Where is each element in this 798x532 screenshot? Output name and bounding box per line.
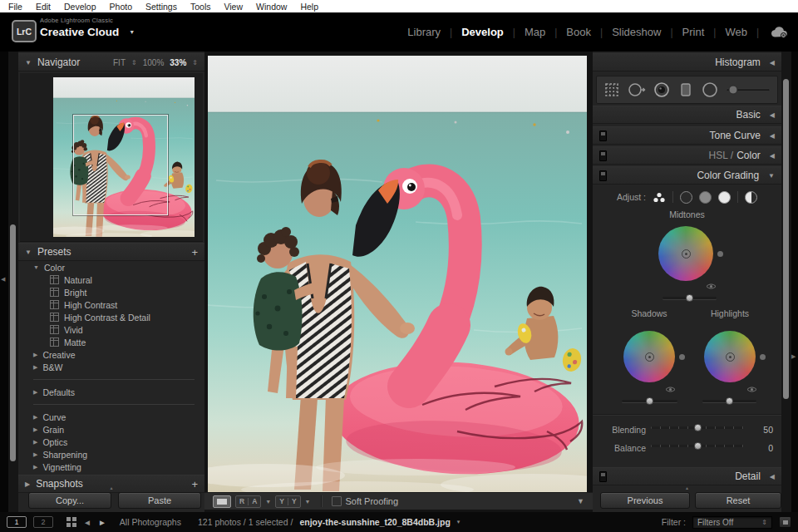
module-tab-map[interactable]: Map xyxy=(525,26,545,38)
highlights-color-wheel[interactable] xyxy=(704,331,756,382)
main-window-button[interactable]: 1 xyxy=(7,516,27,528)
module-tab-print[interactable]: Print xyxy=(682,26,705,38)
midtones-color-wheel[interactable] xyxy=(658,226,713,281)
color-grading-header[interactable]: Color Grading▼ xyxy=(593,166,781,185)
global-adjust-icon[interactable] xyxy=(745,191,757,204)
preset-group-creative[interactable]: ▶Creative xyxy=(18,348,204,361)
preset-high-contrast[interactable]: High Contrast xyxy=(18,298,204,311)
shadows-color-wheel[interactable] xyxy=(623,331,675,382)
right-scrollbar[interactable] xyxy=(781,52,791,512)
balance-value[interactable]: 0 xyxy=(751,443,773,453)
panel-toggle-switch[interactable] xyxy=(599,471,607,482)
next-photo-icon[interactable]: ► xyxy=(98,518,106,527)
filter-dropdown[interactable]: Filters Off ⇕ xyxy=(692,516,772,529)
collapse-triangle-icon[interactable]: ◀ xyxy=(770,59,775,66)
collapse-triangle-icon[interactable]: ◀ xyxy=(770,111,775,119)
menu-settings[interactable]: Settings xyxy=(145,2,177,12)
menu-window[interactable]: Window xyxy=(256,2,287,12)
shadows-adjust-icon[interactable] xyxy=(680,191,692,204)
disclosure-triangle-icon[interactable]: ▼ xyxy=(25,59,32,66)
preset-high-contrast-detail[interactable]: High Contrast & Detail xyxy=(18,311,204,323)
panel-end-caret-icon[interactable]: ▴ xyxy=(593,485,781,490)
highlights-luminance-slider[interactable] xyxy=(702,397,756,404)
disclosure-triangle-icon[interactable]: ▼ xyxy=(25,249,32,256)
zoom-100[interactable]: 100% xyxy=(143,58,165,67)
three-way-adjust-icon[interactable] xyxy=(653,191,666,204)
radial-tool-icon[interactable] xyxy=(701,81,719,99)
before-after-button[interactable]: RA xyxy=(235,495,261,508)
brush-size-slider-icon[interactable] xyxy=(725,81,771,99)
preset-group-curve[interactable]: ▶Curve xyxy=(18,411,204,423)
hue-handle[interactable] xyxy=(717,251,723,257)
module-tab-web[interactable]: Web xyxy=(725,26,747,38)
wheel-knob[interactable] xyxy=(645,352,654,362)
histogram-header[interactable]: Histogram◀ xyxy=(593,53,781,71)
menu-develop[interactable]: Develop xyxy=(64,2,96,12)
panel-toggle-switch[interactable] xyxy=(599,170,607,181)
tone-curve-header[interactable]: Tone Curve◀ xyxy=(593,126,781,145)
reset-button[interactable]: Reset xyxy=(695,492,781,509)
preset-vivid[interactable]: Vivid xyxy=(18,323,204,336)
stepper-icon[interactable]: ⇕ xyxy=(192,59,198,66)
right-scrollbar-thumb[interactable] xyxy=(783,79,789,399)
panel-toggle-switch[interactable] xyxy=(599,150,607,161)
module-tab-slideshow[interactable]: Slideshow xyxy=(612,26,661,38)
preset-group-grain[interactable]: ▶Grain xyxy=(18,423,204,436)
collapse-triangle-icon[interactable]: ◀ xyxy=(770,152,775,160)
basic-header[interactable]: Basic◀ xyxy=(593,106,781,124)
paste-button[interactable]: Paste xyxy=(118,492,201,509)
zoom-current[interactable]: 33% xyxy=(170,58,186,67)
wheel-knob[interactable] xyxy=(726,352,735,362)
crop-tool-icon[interactable] xyxy=(603,81,621,99)
preset-matte[interactable]: Matte xyxy=(18,336,204,348)
highlights-adjust-icon[interactable] xyxy=(718,191,731,204)
chevron-down-icon[interactable]: ▾ xyxy=(457,519,461,525)
menu-view[interactable]: View xyxy=(224,2,243,12)
toolbar-options-caret-icon[interactable]: ▼ xyxy=(577,497,584,505)
hsl-color-header[interactable]: HSL / Color ◀ xyxy=(593,146,781,165)
wheel-knob[interactable] xyxy=(682,249,691,259)
filter-switch-button[interactable] xyxy=(779,516,791,528)
preset-natural[interactable]: Natural xyxy=(18,273,204,286)
previous-photo-icon[interactable]: ◄ xyxy=(83,518,91,527)
zoom-fit[interactable]: FIT xyxy=(113,58,126,67)
panel-end-caret-icon[interactable]: ▴ xyxy=(18,485,204,490)
healing-tool-icon[interactable] xyxy=(627,81,647,99)
menu-file[interactable]: File xyxy=(8,2,22,12)
collapse-left-icon[interactable]: ◀ xyxy=(1,276,5,283)
balance-slider[interactable] xyxy=(651,441,744,450)
eye-icon[interactable] xyxy=(746,386,757,393)
preset-group-sharpening[interactable]: ▶Sharpening xyxy=(18,448,204,461)
second-window-button[interactable]: 2 xyxy=(33,516,53,528)
left-panel-collapse-strip[interactable]: ◀ xyxy=(0,52,8,512)
midtones-adjust-icon[interactable] xyxy=(699,191,712,204)
menu-help[interactable]: Help xyxy=(300,2,318,12)
soft-proofing-checkbox[interactable] xyxy=(332,496,342,506)
collapse-triangle-icon[interactable]: ◀ xyxy=(770,132,775,140)
previous-button[interactable]: Previous xyxy=(600,492,690,509)
stepper-icon[interactable]: ⇕ xyxy=(131,59,137,66)
eye-icon[interactable] xyxy=(706,283,717,290)
before-after-split-button[interactable]: YY xyxy=(275,495,300,508)
workspace-name[interactable]: Creative Cloud▼ xyxy=(40,26,135,38)
preset-bright[interactable]: Bright xyxy=(18,286,204,298)
midtones-luminance-slider[interactable] xyxy=(663,294,717,301)
creative-cloud-sync-icon[interactable] xyxy=(770,26,788,38)
left-scrollbar-thumb[interactable] xyxy=(10,224,16,461)
menu-photo[interactable]: Photo xyxy=(110,2,132,12)
preset-group-defaults[interactable]: ▶Defaults xyxy=(18,386,204,398)
chevron-down-icon[interactable]: ▼ xyxy=(265,499,271,505)
chevron-down-icon[interactable]: ▼ xyxy=(305,499,311,505)
menu-edit[interactable]: Edit xyxy=(36,2,51,12)
collapse-triangle-icon[interactable]: ◀ xyxy=(770,473,775,480)
presets-header[interactable]: ▼ Presets + xyxy=(18,243,204,261)
navigator-view-rectangle[interactable] xyxy=(73,115,168,215)
current-filename[interactable]: enjoy-the-sunshine_t20_8B4dbB.jpg xyxy=(299,517,450,527)
preset-group-vignetting[interactable]: ▶Vignetting xyxy=(18,461,204,473)
module-tab-library[interactable]: Library xyxy=(407,26,441,38)
module-tab-book[interactable]: Book xyxy=(566,26,591,38)
hue-handle[interactable] xyxy=(679,354,685,360)
loupe-view-button[interactable] xyxy=(213,495,231,508)
filmstrip-source[interactable]: All Photographs xyxy=(120,517,181,527)
module-tab-develop[interactable]: Develop xyxy=(461,26,504,38)
